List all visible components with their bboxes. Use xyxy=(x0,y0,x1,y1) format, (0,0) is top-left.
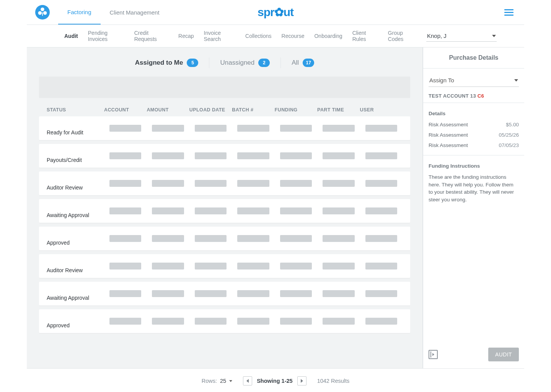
table-row[interactable]: Awaiting Approval xyxy=(39,282,410,305)
filter-tab-label: All xyxy=(292,59,299,67)
skeleton-cell xyxy=(323,180,354,187)
skeleton-cell xyxy=(365,125,397,132)
filter-tab-count: 17 xyxy=(303,59,314,67)
table-row[interactable]: Payouts/Credit xyxy=(39,144,410,168)
col-upload-date[interactable]: UPLOAD DATE xyxy=(189,107,232,113)
row-status: Approved xyxy=(47,240,104,250)
skeleton-cell xyxy=(109,207,141,214)
table-row[interactable]: Ready for Audit xyxy=(39,116,410,140)
skeleton-cell xyxy=(195,263,227,270)
col-user[interactable]: USER xyxy=(360,107,403,113)
pagination-bar: Rows: 25 Showing 1-25 1042 Results xyxy=(27,368,524,392)
subnav-audit[interactable]: Audit xyxy=(64,33,78,39)
assign-to-dropdown[interactable]: Assign To xyxy=(429,74,519,87)
sub-nav: Audit Pending Invoices Credit Requests R… xyxy=(27,25,524,47)
next-page-button[interactable] xyxy=(297,376,306,385)
row-status: Auditor Review xyxy=(47,267,104,278)
skeleton-cell xyxy=(323,152,354,159)
menu-icon[interactable] xyxy=(504,8,514,17)
filter-tabs: Assigned to Me 5 Unassigned 2 All 17 xyxy=(39,47,410,77)
row-status: Payouts/Credit xyxy=(47,157,104,168)
divider xyxy=(423,103,524,103)
rows-per-page-select[interactable]: Rows: 25 xyxy=(202,378,232,384)
subnav-pending-invoices[interactable]: Pending Invoices xyxy=(88,30,124,42)
skeleton-cell xyxy=(152,180,184,187)
prev-page-button[interactable] xyxy=(243,376,252,385)
skeleton-cell xyxy=(280,125,312,132)
filter-tab-assigned[interactable]: Assigned to Me 5 xyxy=(135,59,199,67)
audit-button[interactable]: AUDIT xyxy=(488,348,519,361)
collapse-panel-icon[interactable] xyxy=(429,350,438,359)
skeleton-cell xyxy=(152,125,184,132)
row-status: Approved xyxy=(47,322,104,333)
skeleton-cell xyxy=(237,180,269,187)
divider xyxy=(423,68,524,69)
skeleton-cell xyxy=(109,263,141,270)
assign-to-label: Assign To xyxy=(429,77,454,83)
subnav-onboarding[interactable]: Onboarding xyxy=(314,33,342,39)
subnav-invoice-search[interactable]: Invoice Search xyxy=(204,30,235,42)
skeleton-cell xyxy=(109,152,141,159)
skeleton-cell xyxy=(280,263,312,270)
user-dropdown-value: Knop, J xyxy=(427,33,447,39)
chevron-right-icon xyxy=(301,379,303,383)
subnav-recap[interactable]: Recap xyxy=(178,33,194,39)
table-row[interactable]: Approved xyxy=(39,227,410,250)
col-account[interactable]: ACCOUNT xyxy=(104,107,147,113)
detail-row: Risk Assessment 05/25/26 xyxy=(429,132,519,138)
brand-wordmark: spr✿ut xyxy=(258,5,293,19)
detail-value: 05/25/26 xyxy=(499,132,519,138)
filter-tab-count: 2 xyxy=(258,59,270,67)
skeleton-cell xyxy=(237,318,269,325)
skeleton-cell xyxy=(237,125,269,132)
col-funding[interactable]: FUNDING xyxy=(275,107,317,113)
rows-value: 25 xyxy=(220,378,226,384)
col-part-time[interactable]: PART TIME xyxy=(317,107,360,113)
col-batch[interactable]: BATCH # xyxy=(232,107,274,113)
subnav-group-codes[interactable]: Group Codes xyxy=(388,30,416,42)
skeleton-cell xyxy=(237,235,269,242)
chevron-down-icon xyxy=(229,380,232,382)
skeleton-cell xyxy=(323,125,354,132)
skeleton-cell xyxy=(280,207,312,214)
detail-value: $5.00 xyxy=(506,122,519,127)
tab-factoring[interactable]: Factoring xyxy=(58,0,101,24)
filter-tab-unassigned[interactable]: Unassigned 2 xyxy=(220,59,270,67)
user-dropdown[interactable]: Knop, J xyxy=(426,30,497,42)
skeleton-cell xyxy=(152,290,184,297)
top-bar: Factoring Client Management spr✿ut xyxy=(27,0,524,25)
account-identifier: TEST ACCOUNT 13 C6 xyxy=(429,93,519,99)
skeleton-cell xyxy=(280,180,312,187)
tab-client-management[interactable]: Client Management xyxy=(101,0,169,24)
divider xyxy=(423,155,524,155)
skeleton-cell xyxy=(195,207,227,214)
filter-tab-count: 5 xyxy=(187,59,198,67)
skeleton-cell xyxy=(237,152,269,159)
skeleton-cell xyxy=(152,235,184,242)
row-status: Ready for Audit xyxy=(47,129,104,140)
skeleton-cell xyxy=(109,180,141,187)
col-status[interactable]: STATUS xyxy=(47,107,104,113)
filter-tab-all[interactable]: All 17 xyxy=(292,59,314,67)
subnav-client-rules[interactable]: Client Rules xyxy=(352,30,378,42)
col-amount[interactable]: AMOUNT xyxy=(147,107,189,113)
row-status: Awaiting Approval xyxy=(47,295,104,305)
subnav-credit-requests[interactable]: Credit Requests xyxy=(134,30,168,42)
svg-point-3 xyxy=(43,11,47,15)
table-row[interactable]: Approved xyxy=(39,309,410,333)
filter-tab-label: Assigned to Me xyxy=(135,59,183,67)
skeleton-cell xyxy=(195,290,227,297)
divider xyxy=(209,57,209,68)
skeleton-cell xyxy=(365,290,397,297)
subnav-collections[interactable]: Collections xyxy=(245,33,271,39)
skeleton-cell xyxy=(280,318,312,325)
svg-rect-4 xyxy=(42,12,43,16)
table-row[interactable]: Awaiting Approval xyxy=(39,199,410,223)
skeleton-cell xyxy=(365,152,397,159)
table-row[interactable]: Auditor Review xyxy=(39,172,410,195)
showing-range: Showing 1-25 xyxy=(257,378,292,384)
subnav-recourse[interactable]: Recourse xyxy=(282,33,305,39)
skeleton-cell xyxy=(280,235,312,242)
skeleton-cell xyxy=(152,207,184,214)
table-row[interactable]: Auditor Review xyxy=(39,254,410,278)
